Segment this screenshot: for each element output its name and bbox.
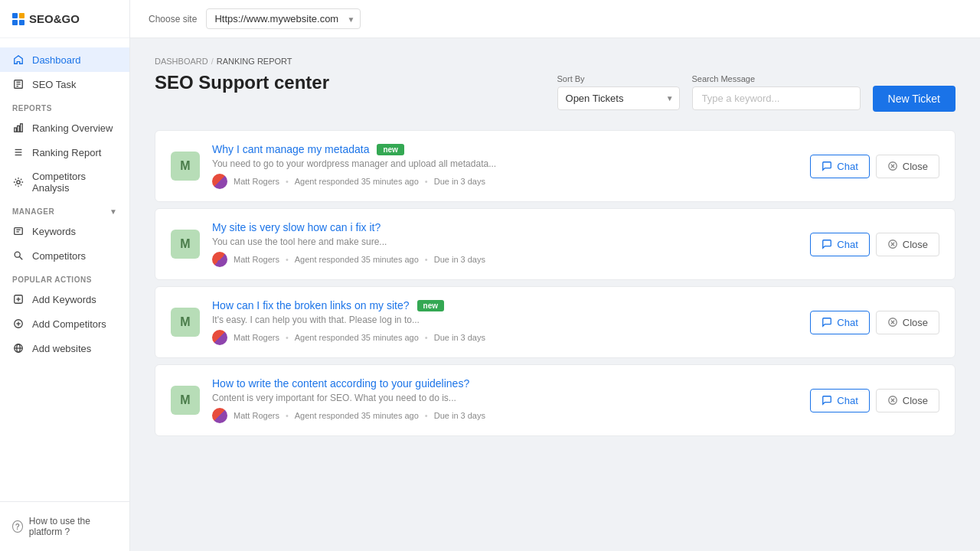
logo-area: SEO&GO [0, 0, 129, 38]
sidebar-item-competitors[interactable]: Competitors [0, 243, 129, 268]
meta-dot-2: • [425, 177, 428, 186]
ticket-preview: It's easy. I can help you with that. Ple… [212, 315, 671, 325]
svg-rect-4 [15, 128, 17, 132]
add-websites-label: Add websites [32, 343, 91, 354]
add-keywords-label: Add Keywords [32, 294, 96, 305]
ranking-report-label: Ranking Report [32, 147, 101, 158]
avatar [212, 252, 227, 267]
sidebar: SEO&GO Dashboard SEO Task [0, 0, 130, 551]
close-icon [887, 161, 898, 171]
site-select[interactable]: Https://www.mywebsite.com [206, 8, 361, 29]
sidebar-item-ranking-report[interactable]: Ranking Report [0, 140, 129, 165]
logo-sq-4 [19, 20, 24, 25]
main-area: Choose site Https://www.mywebsite.com ▼ … [130, 0, 980, 551]
close-button[interactable]: Close [876, 311, 939, 334]
sort-by-label: Sort By [557, 74, 680, 83]
help-icon: ? [12, 520, 23, 533]
logo-text: SEO&GO [29, 12, 80, 25]
ticket-card: M Why I cant manage my metadata new You … [155, 130, 956, 202]
manager-header: MANAGER ▼ [0, 200, 129, 219]
meta-dot-1: • [286, 255, 289, 264]
home-icon [12, 54, 24, 66]
sidebar-item-seo-task[interactable]: SEO Task [0, 72, 129, 96]
logo-ampersand: & [54, 12, 62, 25]
breadcrumb-dashboard[interactable]: DASHBOARD [155, 57, 208, 66]
competitors-analysis-label: Competitors Analysis [32, 171, 117, 194]
meta-dot-1: • [286, 411, 289, 420]
sidebar-nav: Dashboard SEO Task REPORTS [0, 38, 129, 501]
ticket-meta: Matt Rogers • Agent responded 35 minutes… [212, 408, 798, 423]
sidebar-item-ranking-overview[interactable]: Ranking Overview [0, 116, 129, 140]
logo-sq-2 [19, 13, 24, 18]
gear-icon [12, 176, 24, 188]
svg-rect-6 [21, 124, 23, 132]
close-button[interactable]: Close [876, 389, 939, 412]
chat-button[interactable]: Chat [810, 311, 869, 334]
agent-response-time: Agent responded 35 minutes ago [295, 255, 419, 264]
chat-button[interactable]: Chat [810, 155, 869, 178]
sort-by-group: Sort By Open Tickets Closed Tickets All … [557, 74, 680, 110]
chat-button[interactable]: Chat [810, 389, 869, 412]
ticket-title[interactable]: My site is very slow how can i fix it? [212, 221, 381, 233]
logo-sq-3 [12, 20, 18, 25]
edit-icon [12, 78, 24, 90]
sidebar-item-keywords[interactable]: Keywords [0, 219, 129, 243]
sidebar-item-add-competitors[interactable]: Add Competitors [0, 311, 129, 336]
meta-dot-1: • [286, 177, 289, 186]
search-group: Search Message [692, 74, 861, 110]
list-icon [12, 146, 24, 158]
ticket-preview: You can use the tool here and make sure.… [212, 236, 671, 247]
new-ticket-button[interactable]: New Ticket [873, 86, 956, 112]
search-input[interactable] [692, 86, 861, 110]
ticket-meta: Matt Rogers • Agent responded 35 minutes… [212, 330, 798, 345]
chat-button[interactable]: Chat [810, 233, 869, 256]
meta-dot-2: • [425, 411, 428, 420]
svg-point-10 [17, 181, 20, 184]
ticket-title-row: How to write the content according to yo… [212, 377, 798, 390]
keyword-icon [12, 225, 24, 237]
svg-rect-5 [18, 126, 20, 132]
reports-section-label: REPORTS [0, 96, 129, 116]
ticket-preview: You need to go to your wordpress manager… [212, 158, 671, 169]
agent-response-time: Agent responded 35 minutes ago [295, 177, 419, 186]
ticket-avatar: M [171, 152, 200, 181]
agent-name: Matt Rogers [234, 177, 279, 186]
ticket-avatar: M [171, 230, 200, 259]
ticket-title[interactable]: How to write the content according to yo… [212, 377, 469, 390]
agent-name: Matt Rogers [234, 255, 279, 264]
meta-dot-2: • [425, 333, 428, 342]
logo-seo: SEO [29, 12, 54, 25]
search-icon [12, 249, 24, 262]
ticket-body: How can I fix the broken links on my sit… [212, 299, 798, 345]
help-label: How to use the platform ? [29, 516, 117, 537]
ticket-body: How to write the content according to yo… [212, 377, 798, 423]
breadcrumb-separator: / [211, 57, 214, 66]
sort-select[interactable]: Open Tickets Closed Tickets All Tickets [557, 86, 680, 110]
sidebar-item-competitors-analysis[interactable]: Competitors Analysis [0, 165, 129, 200]
dashboard-label: Dashboard [32, 54, 81, 66]
close-icon [887, 239, 898, 249]
close-icon [887, 395, 898, 406]
sidebar-item-add-websites[interactable]: Add websites [0, 336, 129, 360]
ticket-title[interactable]: How can I fix the broken links on my sit… [212, 299, 410, 311]
avatar [212, 408, 227, 423]
close-button[interactable]: Close [876, 155, 939, 178]
sidebar-item-dashboard[interactable]: Dashboard [0, 47, 129, 72]
close-icon [887, 317, 898, 328]
ticket-body: Why I cant manage my metadata new You ne… [212, 143, 798, 189]
ticket-preview: Content is very important for SEO. What … [212, 393, 671, 403]
seo-task-label: SEO Task [32, 79, 77, 90]
add-competitors-label: Add Competitors [32, 318, 106, 330]
chat-icon [822, 239, 832, 249]
content-area: DASHBOARD / RANKING REPORT SEO Support c… [130, 38, 980, 551]
search-label: Search Message [692, 74, 861, 83]
ticket-title-row: How can I fix the broken links on my sit… [212, 299, 798, 311]
breadcrumb-current: RANKING REPORT [217, 57, 292, 66]
ticket-title[interactable]: Why I cant manage my metadata [212, 143, 369, 155]
agent-response-time: Agent responded 35 minutes ago [295, 411, 419, 420]
ticket-meta: Matt Rogers • Agent responded 35 minutes… [212, 252, 798, 267]
help-link[interactable]: ? How to use the platform ? [12, 511, 117, 542]
close-button[interactable]: Close [876, 233, 939, 256]
sidebar-item-add-keywords[interactable]: Add Keywords [0, 287, 129, 311]
bar-chart-icon [12, 122, 24, 134]
